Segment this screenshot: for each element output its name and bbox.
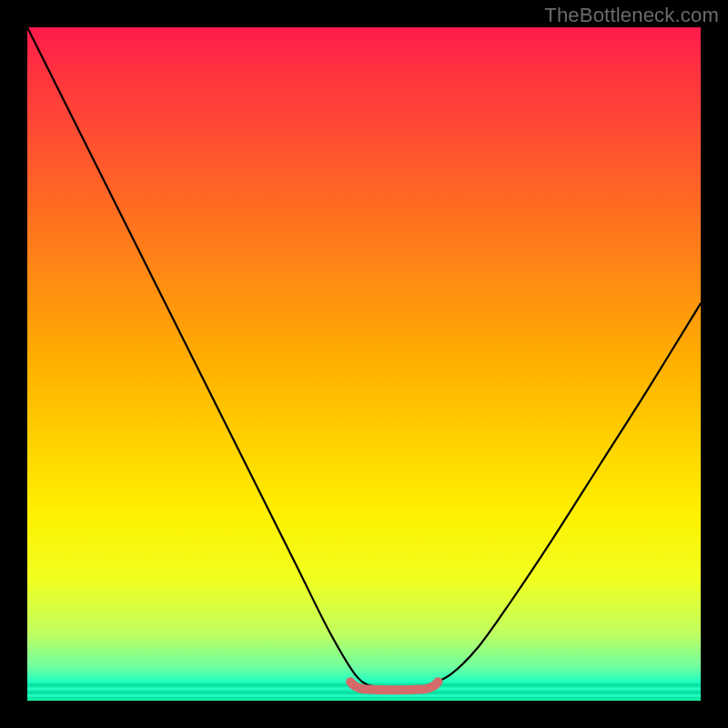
plot-area [27, 27, 701, 701]
chart-svg [27, 27, 701, 701]
bottleneck-curve [27, 27, 701, 688]
watermark-text: TheBottleneck.com [544, 4, 719, 27]
chart-frame: TheBottleneck.com [0, 0, 728, 728]
